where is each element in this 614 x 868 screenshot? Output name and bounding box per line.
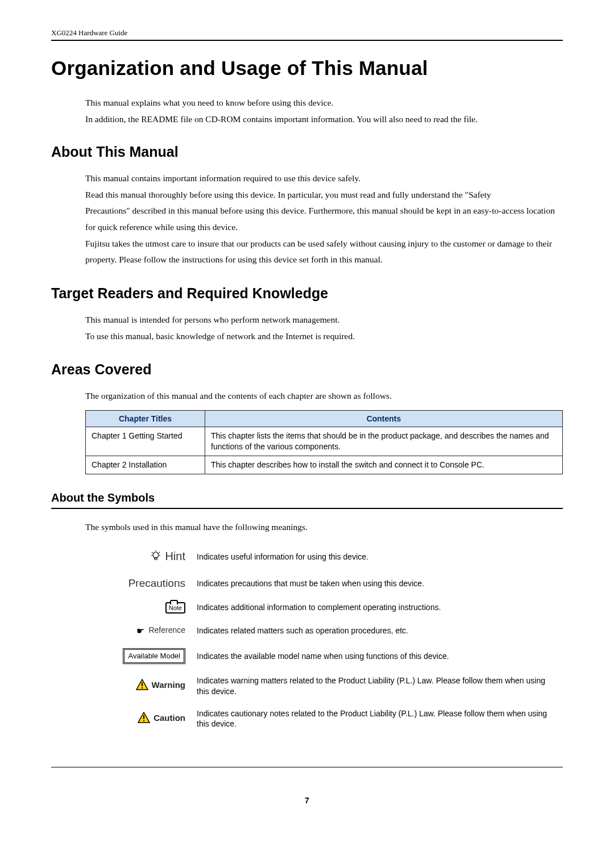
hint-label: Hint	[165, 550, 185, 562]
page-root: XG0224 Hardware Guide Organization and U…	[0, 0, 614, 828]
footer-rule	[51, 767, 563, 767]
symbol-icon-cell: ☛ Reference	[85, 619, 193, 643]
intro-line-2: In addition, the README file on CD-ROM c…	[85, 111, 563, 127]
symbol-icon-cell: Precautions	[85, 570, 193, 596]
symbols-p1: The symbols used in this manual have the…	[85, 519, 563, 536]
pointing-hand-icon: ☛	[136, 625, 144, 637]
svg-point-0	[153, 552, 159, 558]
about-p1: This manual contains important informati…	[85, 170, 563, 187]
symbol-desc: Indicates the available model name when …	[193, 642, 563, 670]
reference-label: Reference	[148, 625, 185, 635]
warning-label: Warning	[152, 680, 185, 690]
symbol-row-warning: Warning Indicates warning matters relate…	[85, 670, 563, 703]
section-about-heading: About This Manual	[51, 144, 563, 160]
page-number: 7	[51, 790, 563, 805]
intro-line-1: This manual explains what you need to kn…	[85, 94, 563, 111]
section-about-body: This manual contains important informati…	[85, 170, 563, 268]
caution-label: Caution	[154, 713, 185, 723]
svg-rect-4	[143, 720, 144, 721]
symbol-desc: Indicates cautionary notes related to th…	[193, 703, 563, 736]
svg-rect-3	[143, 715, 144, 719]
cell-chapter-desc: This chapter lists the items that should…	[205, 427, 563, 456]
cell-chapter-title: Chapter 2 Installation	[86, 456, 205, 474]
symbol-icon-cell: Hint	[85, 543, 193, 570]
about-p2: Read this manual thoroughly before using…	[85, 187, 563, 203]
cell-chapter-desc: This chapter describes how to install th…	[205, 456, 563, 474]
symbol-row-note: Note Indicates additional information to…	[85, 596, 563, 619]
caution-triangle-icon	[138, 712, 150, 726]
svg-rect-1	[142, 682, 143, 686]
note-icon: Note	[165, 602, 185, 614]
symbol-icon-cell: Available Model	[85, 642, 193, 670]
target-p1: This manual is intended for persons who …	[85, 312, 563, 328]
symbols-rule	[51, 508, 563, 509]
available-model-icon: Available Model	[123, 648, 185, 664]
areas-table: Chapter Titles Contents Chapter 1 Gettin…	[85, 410, 563, 474]
symbol-desc: Indicates useful information for using t…	[193, 543, 563, 570]
section-symbols-heading: About the Symbols	[51, 491, 563, 504]
target-p2: To use this manual, basic knowledge of n…	[85, 328, 563, 345]
areas-table-wrap: Chapter Titles Contents Chapter 1 Gettin…	[85, 410, 563, 474]
symbol-icon-cell: Caution	[85, 703, 193, 736]
intro-block: This manual explains what you need to kn…	[85, 94, 563, 128]
section-areas-heading: Areas Covered	[51, 361, 563, 378]
page-title: Organization and Usage of This Manual	[51, 57, 563, 80]
symbol-row-precautions: Precautions Indicates precautions that m…	[85, 570, 563, 596]
symbol-icon-cell: Note	[85, 596, 193, 619]
header-rule	[51, 40, 563, 41]
areas-p1: The organization of this manual and the …	[85, 388, 563, 404]
about-p3: Precautions" described in this manual be…	[85, 203, 563, 235]
about-p4: Fujitsu takes the utmost care to insure …	[85, 236, 563, 268]
running-head: XG0224 Hardware Guide	[51, 28, 563, 37]
cell-chapter-title: Chapter 1 Getting Started	[86, 427, 205, 456]
symbol-row-reference: ☛ Reference Indicates related matters su…	[85, 619, 563, 643]
symbol-desc: Indicates precautions that must be taken…	[193, 570, 563, 596]
table-header-row: Chapter Titles Contents	[86, 410, 563, 427]
symbols-table: Hint Indicates useful information for us…	[85, 543, 563, 735]
lightbulb-icon	[151, 550, 161, 565]
symbol-row-caution: Caution Indicates cautionary notes relat…	[85, 703, 563, 736]
section-target-body: This manual is intended for persons who …	[85, 312, 563, 344]
svg-rect-2	[142, 687, 143, 688]
table-row: Chapter 2 Installation This chapter desc…	[86, 456, 563, 474]
section-symbols-intro: The symbols used in this manual have the…	[85, 519, 563, 536]
symbol-desc: Indicates warning matters related to the…	[193, 670, 563, 703]
symbol-desc: Indicates related matters such as operat…	[193, 619, 563, 643]
symbol-desc: Indicates additional information to comp…	[193, 596, 563, 619]
symbol-row-hint: Hint Indicates useful information for us…	[85, 543, 563, 570]
section-target-heading: Target Readers and Required Knowledge	[51, 285, 563, 302]
section-areas-intro: The organization of this manual and the …	[85, 388, 563, 404]
symbol-row-available-model: Available Model Indicates the available …	[85, 642, 563, 670]
th-chapter-titles: Chapter Titles	[86, 410, 205, 427]
symbol-icon-cell: Warning	[85, 670, 193, 703]
warning-triangle-icon	[136, 679, 148, 693]
symbols-table-wrap: Hint Indicates useful information for us…	[85, 543, 563, 735]
th-contents: Contents	[205, 410, 563, 427]
table-row: Chapter 1 Getting Started This chapter l…	[86, 427, 563, 456]
precautions-label: Precautions	[128, 577, 185, 589]
